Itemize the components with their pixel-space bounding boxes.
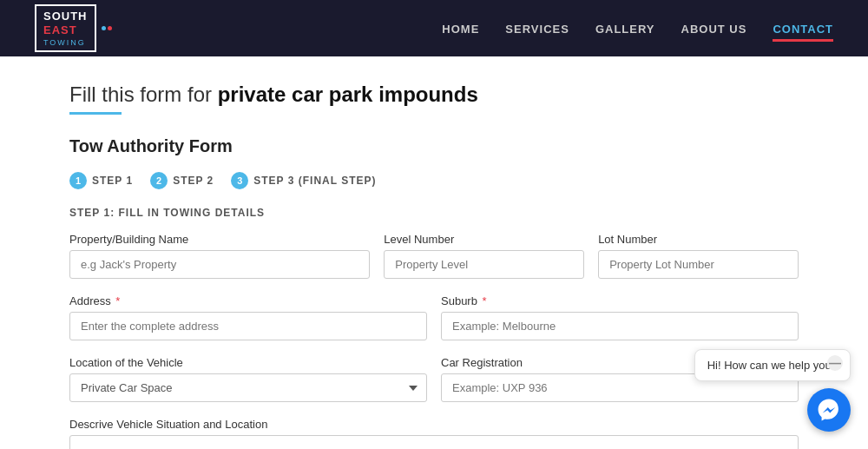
logo-south-text: SOUTH [43, 10, 88, 23]
logo-dots [102, 26, 112, 30]
level-number-label: Level Number [384, 233, 584, 246]
nav-link-gallery[interactable]: GALLERY [595, 23, 655, 36]
form-row-1: Property/Building Name Level Number Lot … [69, 233, 799, 279]
logo-towing-text: TOWING [43, 38, 86, 47]
nav-link-contact[interactable]: CONTACT [773, 23, 833, 42]
form-row-3: Location of the Vehicle Private Car Spac… [69, 356, 799, 402]
form-group-location: Location of the Vehicle Private Car Spac… [69, 356, 427, 402]
property-name-label: Property/Building Name [69, 233, 370, 246]
step-3-label: STEP 3 (FINAL STEP) [253, 175, 376, 187]
suburb-required-star: * [479, 294, 487, 307]
page-heading-prefix: Fill this form for [69, 83, 212, 106]
chat-open-button[interactable] [807, 388, 851, 432]
step-3-circle: 3 [231, 172, 248, 189]
chat-bubble: Hi! How can we help you? — [694, 349, 851, 381]
logo-east-text: EAST [43, 23, 77, 37]
nav-link-home[interactable]: HOME [442, 23, 479, 36]
form-group-address: Address * [69, 294, 427, 340]
nav-item-about[interactable]: ABOUT US [681, 21, 747, 36]
chat-widget: Hi! How can we help you? — [694, 349, 851, 432]
form-row-4: Descrive Vehicle Situation and Location [69, 418, 799, 449]
suburb-label: Suburb * [441, 294, 799, 307]
form-group-level: Level Number [384, 233, 584, 279]
logo-dot-blue [102, 26, 106, 30]
address-required-star: * [113, 294, 121, 307]
nav-item-services[interactable]: SERVICES [505, 21, 569, 36]
form-group-describe: Descrive Vehicle Situation and Location [69, 418, 799, 449]
section-label: STEP 1: FILL IN TOWING DETAILS [69, 207, 799, 219]
messenger-icon [817, 398, 841, 422]
form-group-property: Property/Building Name [69, 233, 370, 279]
location-label: Location of the Vehicle [69, 356, 427, 369]
suburb-input[interactable] [441, 312, 799, 340]
form-group-lot: Lot Number [598, 233, 799, 279]
step-2-label: STEP 2 [173, 175, 214, 187]
form-group-suburb: Suburb * [441, 294, 799, 340]
nav-link-about[interactable]: ABOUT US [681, 23, 747, 36]
navigation: SOUTH EAST TOWING HOME SERVICES GALLERY … [0, 0, 868, 56]
chat-bubble-text: Hi! How can we help you? [707, 359, 838, 372]
describe-textarea[interactable] [69, 435, 799, 449]
level-number-input[interactable] [384, 250, 584, 279]
steps-row: 1 STEP 1 2 STEP 2 3 STEP 3 (FINAL STEP) [69, 172, 799, 189]
nav-item-gallery[interactable]: GALLERY [595, 21, 655, 36]
step-1-label: STEP 1 [92, 175, 133, 187]
address-input[interactable] [69, 312, 427, 340]
step-2-item[interactable]: 2 STEP 2 [150, 172, 214, 189]
lot-number-label: Lot Number [598, 233, 799, 246]
step-1-item[interactable]: 1 STEP 1 [69, 172, 133, 189]
form-title: Tow Authority Form [69, 136, 799, 156]
page-heading-bold: private car park impounds [218, 83, 478, 106]
address-label: Address * [69, 294, 427, 307]
form-row-2: Address * Suburb * [69, 294, 799, 340]
nav-link-services[interactable]: SERVICES [505, 23, 569, 36]
describe-label: Descrive Vehicle Situation and Location [69, 418, 799, 431]
heading-underline [69, 112, 122, 115]
step-3-item[interactable]: 3 STEP 3 (FINAL STEP) [231, 172, 376, 189]
page-heading: Fill this form for private car park impo… [69, 83, 799, 107]
property-name-input[interactable] [69, 250, 370, 279]
chat-close-button[interactable]: — [827, 355, 843, 371]
nav-menu: HOME SERVICES GALLERY ABOUT US CONTACT [442, 21, 833, 36]
logo: SOUTH EAST TOWING [35, 4, 112, 51]
nav-item-home[interactable]: HOME [442, 21, 479, 36]
step-2-circle: 2 [150, 172, 168, 189]
logo-box: SOUTH EAST TOWING [35, 4, 96, 51]
logo-dot-red [108, 26, 112, 30]
location-select[interactable]: Private Car Space Visitor Parking Loadin… [69, 373, 427, 402]
step-1-circle: 1 [69, 172, 87, 189]
nav-item-contact[interactable]: CONTACT [773, 21, 833, 36]
lot-number-input[interactable] [598, 250, 799, 279]
